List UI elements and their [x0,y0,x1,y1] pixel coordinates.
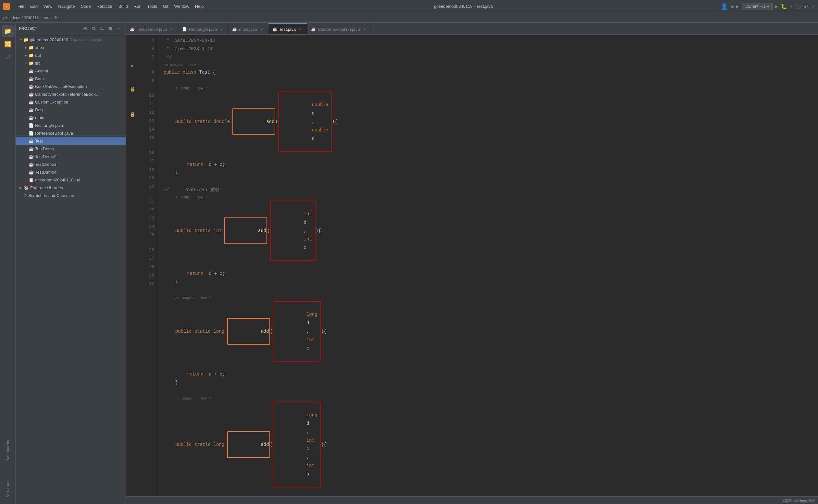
sidebar-bookmarks-label[interactable]: Bookmarks [6,440,10,461]
sidebar-item-root[interactable]: ▾ 📁 giteedemo20240118 D:\javacode\java\g… [16,36,126,43]
kw-public-16: public [175,227,194,235]
line-num-18: 18 [139,166,154,174]
breadcrumb-project[interactable]: giteedemo20240118 [3,16,39,20]
activity-commit[interactable]: 🔀 [2,38,14,50]
code-area[interactable]: * Date:2024-03-13 * Time:2024-3-13 */ no… [158,35,818,496]
sidebar-item-booknotavail[interactable]: ☕ BookNotAvailableException [16,82,126,90]
coverage-button[interactable]: ⚡ [790,4,792,9]
forward-icon[interactable]: ▶ [736,3,739,10]
run-button[interactable]: ▶ [775,3,778,10]
debug-button[interactable]: 🐛 [781,3,787,10]
sidebar-item-dog[interactable]: ☕ Dog [16,106,126,114]
menu-help[interactable]: Help [192,3,206,9]
menu-run[interactable]: Run [131,3,144,9]
kw-double-d-10: double [312,102,331,107]
sidebar-item-main[interactable]: ☕ main [16,114,126,121]
arrow-extlibs: ▶ [18,186,23,190]
sidebar-item-testdemo[interactable]: ☕ TestDemo [16,145,126,153]
sidebar-item-cannotcheckout[interactable]: ☕ CannotCheckoutReferenceBookExce [16,90,126,98]
sidebar-settings-icon[interactable]: ⚙ [107,25,114,32]
stop-button[interactable]: ⬛ [795,4,801,9]
tab-testdemo4[interactable]: ☕ TestDemo4.java ✕ [126,23,178,34]
git-label: Git: [803,4,810,9]
activity-project[interactable]: 📁 [2,25,14,37]
menu-view[interactable]: View [41,3,55,9]
menu-tools[interactable]: Tools [145,3,160,9]
meta-spacer-26 [139,240,154,246]
sidebar-item-testdemo2[interactable]: ☕ TestDemo2 [16,153,126,160]
menu-git[interactable]: Git [160,3,171,9]
menu-code[interactable]: Code [78,3,93,9]
tab-customexception[interactable]: ☕ CustomException.java ✕ [307,23,371,34]
sidebar-item-ext-libs[interactable]: ▶ 📚 External Libraries [16,184,126,191]
sidebar-item-rectangle[interactable]: 📄 Rectangle.java [16,121,126,129]
sidebar-item-src[interactable]: ▾ 📁 src [16,59,126,67]
current-file-label: Current File [745,4,766,9]
tab-close-customexception[interactable]: ✕ [362,27,367,32]
meta-spacer-16 [139,142,154,149]
sidebar-item-testdemo4[interactable]: ☕ TestDemo4 [16,168,126,176]
tab-close-main[interactable]: ✕ [259,27,264,32]
tree-label-test: Test [35,139,43,143]
sidebar-item-test[interactable]: ☕ Test [16,137,126,145]
user-icon[interactable]: 👤 [721,3,728,10]
tree-label-main: main [35,115,44,120]
sidebar-expand-icon[interactable]: ⇅ [90,25,97,32]
menu-window[interactable]: Window [172,3,192,9]
meta-1usage-10: 1 usage new * [164,85,818,92]
tree-label-out: out [35,53,41,58]
sidebar-new-icon[interactable]: ⊕ [81,25,89,32]
sidebar-item-idea[interactable]: ▶ 📁 .idea [16,43,126,51]
line-num-27: 27 [139,254,154,263]
sidebar-item-referencebook[interactable]: 📄 ReferenceBook.java [16,129,126,137]
code-comment-6: * Time:2024-3-13 [164,45,213,53]
line-num-22: 22 [139,206,154,214]
sidebar-item-animal[interactable]: ☕ Animal [16,67,126,75]
kw-int-c-16: int [304,237,315,242]
sidebar-minimize-icon[interactable]: ─ [115,25,122,32]
tab-main[interactable]: ☕ main.java ✕ [228,23,268,34]
gutter-15 [126,127,139,136]
menu-navigate[interactable]: Navigate [56,3,77,9]
tree-label-referencebook: ReferenceBook.java [35,131,73,136]
line-num-6: 6 [139,45,154,53]
close-19: } [175,278,178,286]
sidebar-collapse-icon[interactable]: ⇆ [98,25,105,32]
gutter-8-run[interactable]: ▶ [126,62,139,70]
tab-test[interactable]: ☕ Test.java ✕ [268,23,307,34]
line-num-21: 21 [139,197,154,206]
breadcrumb-src[interactable]: src [44,16,49,20]
param-c-26: c [306,446,312,451]
kw-int-16: int [214,227,225,235]
line-numbers: 5 6 7 8 9 10 11 12 13 14 15 16 17 18 19 … [139,35,158,496]
gutter-11 [126,93,139,102]
sidebar-item-book[interactable]: ☕ Book [16,75,126,82]
back-icon[interactable]: ◀ [730,3,734,10]
menu-file[interactable]: File [15,3,27,9]
sidebar-item-customexception[interactable]: ☕ CustomException [16,98,126,106]
activity-vcs[interactable]: ⎇ [2,51,14,63]
menu-edit[interactable]: Edit [28,3,40,9]
tab-rectangle[interactable]: 📄 Rectangle.java ✕ [178,23,228,34]
tab-icon-test: ☕ [272,27,277,31]
sidebar-item-testdemo3[interactable]: ☕ TestDemo3 [16,160,126,168]
menu-build[interactable]: Build [116,3,130,9]
menu-refactor[interactable]: Refactor [94,3,115,9]
kw-class-8: class [183,68,199,77]
breadcrumb-file[interactable]: Test [54,16,61,20]
sidebar-item-out[interactable]: ▶ 📁 out [16,51,126,59]
tab-close-test[interactable]: ✕ [298,27,303,32]
param-c-10: c [312,136,315,141]
tab-label-main: main.java [239,27,257,32]
sidebar-structure-label[interactable]: Structure [6,480,10,498]
sidebar-item-scratches[interactable]: ⊙ Scratches and Consoles [16,191,126,199]
editor-content[interactable]: ▶ 🔒 🔒 5 6 7 8 9 10 11 [126,35,818,496]
sidebar-item-iml[interactable]: 📋 giteedemo20240118.iml [16,176,126,184]
line-num-14: 14 [139,125,154,134]
tab-close-testdemo4[interactable]: ✕ [169,27,174,32]
current-file-button[interactable]: Current File ▾ [742,3,773,10]
return-expr-18: d + c; [206,269,225,278]
gutter-9 [126,70,139,79]
tree-label-rectangle: Rectangle.java [35,123,63,128]
tab-close-rectangle[interactable]: ✕ [219,27,224,32]
